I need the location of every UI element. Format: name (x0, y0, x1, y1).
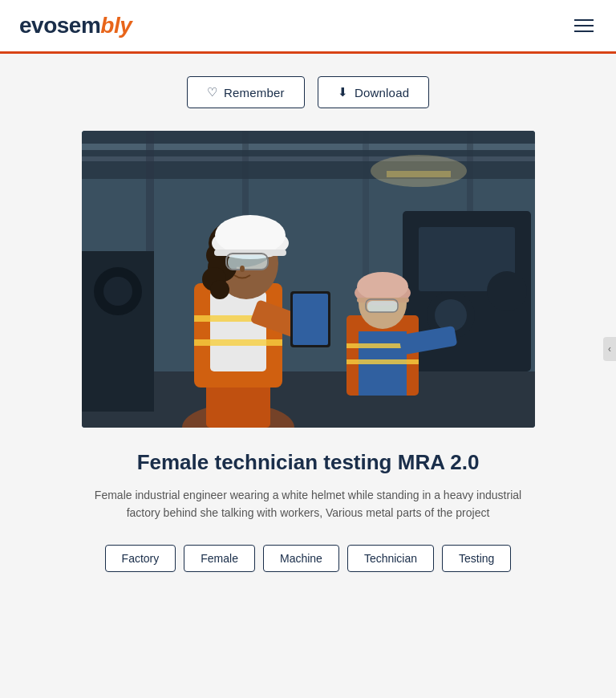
svg-point-33 (210, 280, 229, 299)
logo-text-dark: evosem (19, 13, 100, 38)
heart-icon: ♡ (207, 85, 217, 99)
actions-bar: ♡ Remember ⬇ Download (0, 54, 616, 131)
svg-rect-48 (367, 301, 398, 312)
tag-testing[interactable]: Testing (442, 545, 511, 572)
tag-factory[interactable]: Factory (105, 545, 176, 572)
svg-point-46 (357, 272, 408, 301)
logo-text-orange: bly (100, 13, 132, 38)
svg-rect-9 (387, 171, 451, 177)
hamburger-line-1 (574, 19, 594, 21)
svg-point-39 (240, 266, 245, 272)
download-button[interactable]: ⬇ Download (318, 76, 430, 108)
svg-rect-27 (293, 294, 328, 345)
hamburger-line-3 (574, 30, 594, 32)
tag-technician[interactable]: Technician (347, 545, 434, 572)
svg-rect-24 (194, 339, 282, 346)
download-icon: ⬇ (338, 85, 348, 99)
download-label: Download (355, 86, 409, 99)
remember-button[interactable]: ♡ Remember (187, 76, 305, 108)
svg-rect-37 (228, 255, 268, 270)
svg-point-35 (215, 215, 286, 255)
svg-point-15 (487, 271, 527, 311)
hamburger-line-2 (574, 25, 594, 26)
header: evosembly (0, 0, 616, 54)
svg-point-18 (103, 277, 132, 306)
remember-label: Remember (224, 86, 285, 99)
tags-row: Factory Female Machine Technician Testin… (105, 545, 512, 572)
logo: evosembly (19, 13, 132, 39)
main-image (82, 131, 535, 428)
content-title: Female technician testing MRA 2.0 (82, 450, 535, 475)
tag-female[interactable]: Female (184, 545, 255, 572)
scroll-indicator[interactable]: ‹ (603, 337, 616, 361)
main-content: Female technician testing MRA 2.0 Female… (0, 131, 616, 604)
tag-machine[interactable]: Machine (263, 545, 339, 572)
svg-rect-43 (346, 359, 419, 364)
hamburger-menu[interactable] (571, 16, 597, 35)
content-description: Female industrial engineer wearing a whi… (82, 486, 535, 522)
